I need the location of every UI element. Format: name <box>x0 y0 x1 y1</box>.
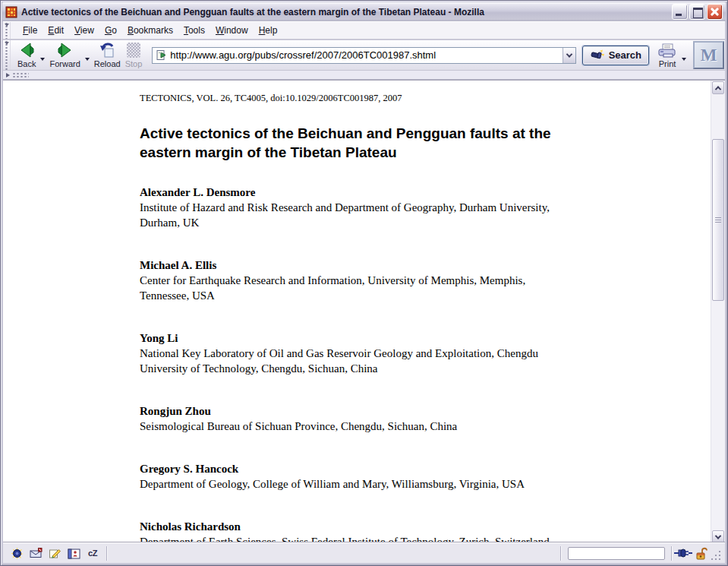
menu-file-label: File <box>23 25 37 36</box>
author-name: Michael A. Ellis <box>140 258 711 273</box>
chevron-up-icon <box>715 86 721 92</box>
author-affiliation: National Key Laboratory of Oil and Gas R… <box>140 346 574 376</box>
chevron-down-icon <box>566 51 572 57</box>
back-button[interactable]: Back <box>15 41 38 69</box>
chatzilla-icon[interactable]: cZ <box>86 547 99 560</box>
progress-meter <box>568 547 665 560</box>
navigation-toolbar: Back Forward Reload <box>3 40 725 71</box>
menu-bookmarks-label: Bookmarks <box>128 25 173 36</box>
composer-icon[interactable] <box>48 547 61 560</box>
menu-help-label: Help <box>259 25 278 36</box>
menubar: File Edit View Go Bookmarks Tools Window… <box>3 21 725 40</box>
author-name: Yong Li <box>140 330 711 346</box>
online-plug-icon[interactable] <box>674 546 692 560</box>
search-button[interactable]: Search <box>582 46 649 65</box>
mozilla-app-icon <box>5 6 17 18</box>
menubar-grippy[interactable] <box>3 22 11 39</box>
security-lock-icon[interactable] <box>692 546 711 560</box>
menu-window[interactable]: Window <box>210 22 254 39</box>
mozilla-throbber[interactable]: M <box>693 41 724 69</box>
forward-label: Forward <box>49 59 80 68</box>
author-block-4: Rongjun Zhou Seismological Bureau of Sic… <box>140 403 711 434</box>
menu-window-label: Window <box>216 25 248 36</box>
mozilla-logo-icon: M <box>701 46 717 65</box>
collapsed-toolbar-grippy <box>12 72 29 77</box>
author-name: Alexander L. Densmore <box>140 185 711 200</box>
author-block-6: Nicholas Richardson Department of Earth … <box>140 519 711 544</box>
url-input[interactable] <box>167 49 562 62</box>
menu-view[interactable]: View <box>69 22 99 39</box>
stop-icon <box>127 43 140 58</box>
scroll-up-button[interactable] <box>712 81 724 94</box>
print-label: Print <box>659 59 676 68</box>
dropdown-arrow-icon <box>40 58 45 61</box>
article-title: Active tectonics of the Beichuan and Pen… <box>140 124 562 162</box>
statusbar-separator <box>671 546 673 561</box>
reload-icon <box>99 42 115 58</box>
author-block-1: Alexander L. Densmore Institute of Hazar… <box>140 185 711 230</box>
window-controls <box>672 4 723 20</box>
titlebar[interactable]: Active tectonics of the Beichuan and Pen… <box>2 2 726 21</box>
url-dropdown-button[interactable] <box>563 48 575 63</box>
scrollbar-thumb[interactable] <box>712 139 724 301</box>
flashlight-icon <box>590 49 605 61</box>
author-affiliation: Center for Earthquake Research and Infor… <box>140 273 574 303</box>
minimize-button[interactable] <box>672 4 688 20</box>
browser-viewport: TECTONICS, VOL. 26, TC4005, doi:10.1029/… <box>3 80 725 544</box>
mail-icon[interactable] <box>29 547 43 560</box>
reload-label: Reload <box>94 59 121 68</box>
navigator-icon[interactable] <box>10 547 24 560</box>
menu-tools[interactable]: Tools <box>178 22 210 39</box>
status-text <box>109 543 559 563</box>
menu-go[interactable]: Go <box>99 22 122 39</box>
window-title: Active tectonics of the Beichuan and Pen… <box>21 7 668 17</box>
search-label: Search <box>609 49 641 61</box>
scroll-down-button[interactable] <box>712 530 724 543</box>
back-icon <box>18 42 35 58</box>
author-block-3: Yong Li National Key Laboratory of Oil a… <box>140 330 711 376</box>
expand-arrow-icon <box>6 73 10 77</box>
print-button[interactable]: Print <box>655 41 679 69</box>
back-dropdown[interactable] <box>38 41 47 69</box>
vertical-scrollbar[interactable] <box>711 81 725 544</box>
menu-file[interactable]: File <box>17 22 43 39</box>
forward-icon <box>57 42 74 58</box>
author-block-5: Gregory S. Hancock Department of Geology… <box>140 461 711 492</box>
resize-grip[interactable] <box>711 543 723 563</box>
maximize-button[interactable] <box>689 4 705 20</box>
menu-edit[interactable]: Edit <box>43 22 69 39</box>
author-name: Rongjun Zhou <box>140 403 711 419</box>
chevron-down-icon <box>715 533 721 539</box>
dropdown-arrow-icon <box>85 58 90 61</box>
print-dropdown[interactable] <box>679 41 689 69</box>
menu-help[interactable]: Help <box>254 22 283 39</box>
page-bookmark-icon <box>156 49 167 61</box>
forward-dropdown[interactable] <box>83 41 92 69</box>
statusbar-separator <box>560 546 562 561</box>
back-label: Back <box>17 59 36 68</box>
thumb-grip-icon <box>715 217 721 223</box>
page-content: TECTONICS, VOL. 26, TC4005, doi:10.1029/… <box>3 81 711 544</box>
author-name: Gregory S. Hancock <box>140 461 711 476</box>
forward-button[interactable]: Forward <box>47 41 82 69</box>
address-book-icon[interactable] <box>67 547 80 560</box>
menu-bookmarks[interactable]: Bookmarks <box>122 22 178 39</box>
collapsed-personal-toolbar[interactable] <box>3 71 725 80</box>
toolbar-grippy[interactable] <box>3 40 11 70</box>
reload-button[interactable]: Reload <box>92 41 123 69</box>
statusbar-separator <box>106 546 108 561</box>
stop-button: Stop <box>123 41 145 69</box>
close-button[interactable] <box>707 4 723 20</box>
author-block-2: Michael A. Ellis Center for Earthquake R… <box>140 258 711 303</box>
print-group: Print <box>655 41 689 69</box>
menu-edit-label: Edit <box>48 25 64 36</box>
stop-label: Stop <box>125 59 143 68</box>
author-name: Nicholas Richardson <box>140 519 711 534</box>
url-bar <box>152 47 575 64</box>
component-bar: cZ <box>5 543 105 563</box>
author-affiliation: Department of Geology, College of Willia… <box>140 476 574 492</box>
menu-view-label: View <box>74 25 94 36</box>
dropdown-arrow-icon <box>682 58 686 61</box>
browser-window: Active tectonics of the Beichuan and Pen… <box>0 0 728 566</box>
author-affiliation: Institute of Hazard and Risk Research an… <box>140 200 574 230</box>
